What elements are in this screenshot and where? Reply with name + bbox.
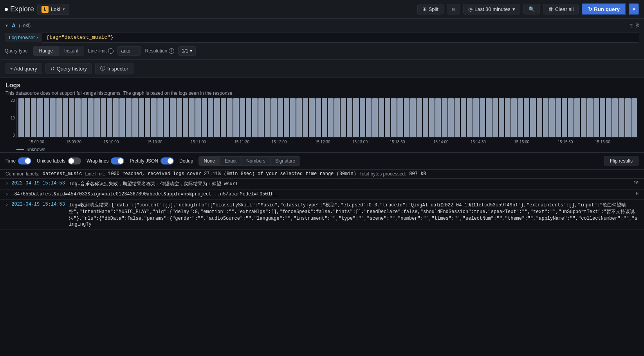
log-entry-text: .847655DataTest&uid=454/033&sign=pate012… — [11, 192, 633, 197]
chart-bar — [18, 98, 24, 137]
legend-line-icon — [16, 149, 24, 150]
chart-bar — [397, 98, 403, 137]
range-button[interactable]: Range — [34, 46, 59, 56]
chart-x-label-item: 15:15:00 — [514, 140, 529, 144]
chart-bar — [177, 98, 182, 137]
wrap-lines-toggle[interactable] — [111, 157, 124, 164]
query-copy-button[interactable]: ⎘ — [636, 22, 639, 29]
share-button[interactable]: ⎋ — [447, 4, 460, 14]
total-bytes-key: Total bytes processed: — [359, 171, 406, 177]
log-entry-text: log=音乐名称识别失败，期望结果名称为：仰望晴空，实际结果为：仰望 wsurl — [69, 181, 630, 187]
clock-icon: ◷ — [468, 6, 473, 12]
chart-bar — [94, 98, 100, 137]
run-query-button[interactable]: ↻ Run query — [582, 4, 626, 15]
chart-bar — [322, 98, 327, 137]
toolbar-row: + Add query ↺ Query history ⓘ Inspector — [0, 60, 644, 78]
dedup-none-button[interactable]: None — [199, 157, 220, 165]
zoom-button[interactable]: 🔍 — [523, 4, 540, 14]
query-panel: ▾ A (Loki) ? ⎘ Log browser › Query type … — [0, 19, 644, 60]
query-input[interactable] — [42, 32, 639, 43]
chart-bar — [284, 98, 289, 137]
flip-results-button[interactable]: Flip results — [604, 156, 639, 166]
logs-panel: Logs This datasource does not support fu… — [0, 78, 644, 152]
chart-x-labels: 15:09:0015:09:3015:10:0015:10:3015:11:00… — [16, 138, 639, 145]
chart-bar — [593, 98, 599, 137]
chart-bar — [31, 98, 36, 137]
chart-bar — [524, 98, 529, 137]
line-limit-input[interactable] — [117, 46, 141, 56]
chart-x-label-item: 15:09:00 — [29, 140, 44, 144]
chart-x-label-item: 15:09:30 — [66, 140, 81, 144]
resolution-info-icon: i — [169, 48, 174, 54]
chart-x-label-item: 15:16:00 — [595, 140, 610, 144]
top-bar-left: Explore L Loki ▾ — [5, 4, 414, 15]
chart-bar — [50, 98, 56, 137]
dedup-signature-button[interactable]: Signature — [271, 157, 300, 165]
chevron-down-icon: ▾ — [633, 6, 635, 12]
chart-bar — [214, 98, 220, 137]
chart-bar — [600, 98, 605, 137]
chart-bar — [189, 98, 195, 137]
chart-x-label-item: 15:10:00 — [103, 140, 119, 144]
inspector-button[interactable]: ⓘ Inspector — [95, 63, 133, 74]
chart-bar — [423, 98, 428, 137]
chart-bar — [391, 98, 397, 137]
chart-bar — [183, 98, 188, 137]
query-history-button[interactable]: ↺ Query history — [45, 63, 92, 74]
query-help-button[interactable]: ? — [630, 22, 633, 29]
chart-bar — [556, 98, 561, 137]
chart-bar — [271, 98, 277, 137]
chart-bar — [435, 98, 441, 137]
dedup-numbers-button[interactable]: Numbers — [242, 157, 271, 165]
chart-bar — [101, 98, 106, 137]
chart-bar — [246, 98, 251, 137]
query-type-label: Query type — [5, 48, 28, 54]
unique-labels-toggle[interactable] — [68, 157, 81, 164]
chart-bar — [119, 98, 125, 137]
chart-x-label-item: 15:13:30 — [390, 140, 405, 144]
chart-bar — [316, 98, 321, 137]
chart-bar — [385, 98, 390, 137]
chart-bar — [404, 98, 409, 137]
log-browser-row: Log browser › — [5, 32, 639, 43]
prettify-json-toggle-group: Prettify JSON — [130, 157, 174, 164]
chart-bar — [63, 98, 68, 137]
chart-bar — [379, 98, 384, 137]
app-title: Explore — [10, 5, 34, 13]
prettify-json-toggle[interactable] — [161, 157, 174, 164]
collapse-button[interactable]: ▾ — [5, 22, 9, 29]
split-button[interactable]: ⊞ Split — [417, 4, 444, 14]
prettify-json-label: Prettify JSON — [130, 158, 158, 164]
chart-bar — [631, 98, 637, 137]
query-row-header: ▾ A (Loki) ? ⎘ — [5, 22, 639, 29]
chart-bar — [88, 98, 94, 137]
chart-bar — [581, 98, 586, 137]
run-query-caret-button[interactable]: ▾ — [629, 4, 639, 15]
chart-x-label-item: 15:14:00 — [433, 140, 449, 144]
status-row: Common labels: datetest_music Line limit… — [0, 170, 644, 179]
chart-bar — [170, 98, 175, 137]
common-labels-val: datetest_music — [43, 171, 82, 177]
chart-bar — [202, 98, 207, 137]
time-toggle[interactable] — [18, 157, 31, 164]
log-entry[interactable]: › 2022-04-19 15:14:53 log=音乐名称识别失败，期望结果名… — [0, 179, 644, 190]
resolution-select[interactable]: 1/1 ▾ — [178, 46, 196, 56]
log-entry[interactable]: › .847655DataTest&uid=454/033&sign=pate0… — [0, 190, 644, 200]
log-entry-timestamp: 2022-04-19 15:14:53 — [11, 202, 65, 207]
dedup-exact-button[interactable]: Exact — [220, 157, 242, 165]
log-browser-button[interactable]: Log browser › — [5, 33, 42, 42]
add-query-button[interactable]: + Add query — [5, 63, 42, 74]
datasource-selector[interactable]: L Loki ▾ — [37, 4, 69, 15]
log-entry[interactable]: › 2022-04-19 15:14:53 log=收到响应结果:{"data"… — [0, 200, 644, 230]
chart-bar — [606, 98, 612, 137]
instant-button[interactable]: Instant — [59, 46, 84, 56]
chart-bar — [328, 98, 334, 137]
chart-bar — [37, 98, 43, 137]
log-entry-arrow-icon: › — [5, 181, 8, 186]
chart-bar — [221, 98, 226, 137]
chart-bar — [499, 98, 504, 137]
time-range-button[interactable]: ◷ Last 30 minutes ▾ — [463, 4, 520, 14]
chart-bar — [448, 98, 454, 137]
clear-all-button[interactable]: 🗑 Clear all — [543, 4, 579, 14]
chart-bar — [145, 98, 150, 137]
